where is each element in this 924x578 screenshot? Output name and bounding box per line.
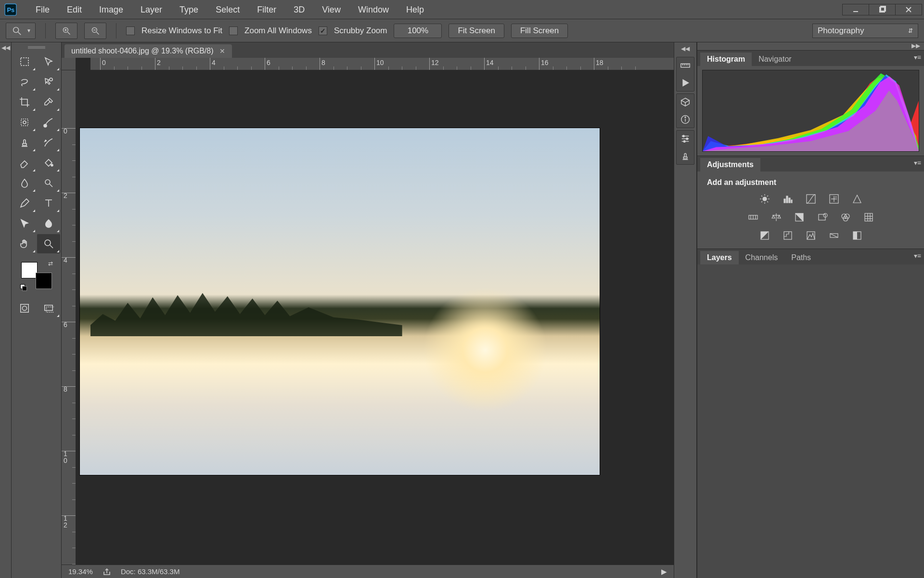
ruler-vertical[interactable]: 02468101214 <box>62 70 76 565</box>
adjustment-exposure[interactable] <box>827 193 841 205</box>
tool-brush[interactable] <box>37 113 60 132</box>
adjustment-brightness[interactable] <box>757 193 772 205</box>
svg-line-63 <box>761 201 762 202</box>
tool-quick-select[interactable] <box>37 72 60 92</box>
tool-shape[interactable] <box>37 214 60 233</box>
tab-navigator[interactable]: Navigator <box>752 53 798 66</box>
fit-screen-button[interactable]: Fit Screen <box>449 24 504 38</box>
svg-line-62 <box>767 201 768 202</box>
panel-menu-icon[interactable]: ▾≡ <box>914 159 921 167</box>
close-tab-icon[interactable]: ✕ <box>219 47 225 55</box>
scrubby-zoom-checkbox[interactable] <box>319 26 327 35</box>
canvas-viewport[interactable] <box>76 70 674 565</box>
tool-eraser[interactable] <box>13 153 36 172</box>
adjustment-invert[interactable] <box>757 229 772 242</box>
quickmask-toggle[interactable] <box>13 299 36 318</box>
canvas[interactable] <box>80 128 600 475</box>
zoom-in-button[interactable] <box>55 23 77 39</box>
adjustment-posterize[interactable] <box>781 229 795 242</box>
menu-filter[interactable]: Filter <box>248 0 285 19</box>
tool-pen[interactable] <box>13 194 36 213</box>
status-menu-icon[interactable]: ▶ <box>661 567 667 576</box>
tool-lasso[interactable] <box>13 72 36 92</box>
menu-select[interactable]: Select <box>207 0 248 19</box>
stamp-icon[interactable] <box>679 150 692 162</box>
adjustment-levels[interactable] <box>781 193 795 205</box>
zoom-100-button[interactable]: 100% <box>394 24 442 38</box>
default-colors-icon[interactable] <box>20 284 27 291</box>
panel-menu-icon[interactable]: ▾≡ <box>914 252 921 260</box>
adjustment-threshold[interactable] <box>804 229 818 242</box>
zoom-status[interactable]: 19.34% <box>68 567 93 576</box>
adjustment-color-lookup[interactable] <box>861 211 876 223</box>
play-icon[interactable] <box>679 77 692 89</box>
tab-paths[interactable]: Paths <box>784 251 818 264</box>
tool-crop[interactable] <box>13 92 36 112</box>
toolbox-grip[interactable] <box>27 46 46 49</box>
panel-dock: ▶▶ Histogram Navigator ▾≡ <box>697 42 924 578</box>
svg-line-61 <box>761 196 762 197</box>
tab-adjustments[interactable]: Adjustments <box>700 158 760 171</box>
adjustment-bw[interactable] <box>792 211 807 223</box>
tool-eyedropper[interactable] <box>37 92 60 112</box>
sliders-icon[interactable] <box>679 132 692 145</box>
screen-mode-toggle[interactable] <box>37 299 60 318</box>
fill-screen-button[interactable]: Fill Screen <box>511 24 568 38</box>
adjustment-curves[interactable] <box>804 193 818 205</box>
share-icon[interactable] <box>103 567 111 576</box>
tab-histogram[interactable]: Histogram <box>700 53 752 66</box>
adjustment-selective-color[interactable] <box>850 229 864 242</box>
menu-help[interactable]: Help <box>398 0 433 19</box>
tool-stamp[interactable] <box>13 133 36 152</box>
tool-path-select[interactable] <box>13 214 36 233</box>
tool-type[interactable] <box>37 194 60 213</box>
info-icon[interactable] <box>679 113 692 126</box>
menu-type[interactable]: Type <box>171 0 207 19</box>
adjustment-hue[interactable] <box>746 211 760 223</box>
document-tab[interactable]: untitled shoot-0406.jpg @ 19.3% (RGB/8) … <box>64 44 232 58</box>
ruler-icon[interactable] <box>679 59 692 72</box>
tool-marquee[interactable] <box>13 52 36 71</box>
tool-zoom[interactable] <box>37 234 60 253</box>
dock-expand[interactable]: ▶▶ <box>697 42 924 50</box>
layers-list[interactable] <box>697 264 924 578</box>
current-tool-indicator[interactable]: ▼ <box>6 23 36 39</box>
collapse-icon[interactable]: ◀◀ <box>681 45 690 52</box>
svg-rect-67 <box>789 198 790 203</box>
menu-layer[interactable]: Layer <box>132 0 171 19</box>
menu-file[interactable]: File <box>27 0 58 19</box>
workspace-selector[interactable]: Photography ⇵ <box>812 24 918 38</box>
foreground-color[interactable] <box>21 262 38 278</box>
tab-channels[interactable]: Channels <box>739 251 785 264</box>
resize-windows-checkbox[interactable] <box>126 26 135 35</box>
minimize-button[interactable] <box>842 4 869 15</box>
ruler-horizontal[interactable]: 024681012141618 <box>90 58 674 70</box>
tab-layers[interactable]: Layers <box>700 251 739 264</box>
tool-paint-bucket[interactable] <box>37 153 60 172</box>
menu-image[interactable]: Image <box>90 0 132 19</box>
zoom-out-button[interactable] <box>84 23 106 39</box>
tool-blur[interactable] <box>13 173 36 193</box>
close-button[interactable] <box>895 4 922 15</box>
cube-icon[interactable] <box>679 96 692 108</box>
adjustment-vibrance[interactable] <box>850 193 864 205</box>
adjustment-channel-mixer[interactable] <box>838 211 853 223</box>
tool-dodge[interactable] <box>37 173 60 193</box>
adjustment-balance[interactable] <box>769 211 783 223</box>
adjustment-photo-filter[interactable] <box>815 211 830 223</box>
adjustment-gradient-map[interactable] <box>827 229 841 242</box>
tool-patch[interactable] <box>13 113 36 132</box>
zoom-all-checkbox[interactable] <box>229 26 238 35</box>
tool-history-brush[interactable] <box>37 133 60 152</box>
background-color[interactable] <box>36 273 52 289</box>
tool-hand[interactable] <box>13 234 36 253</box>
toolbox-collapse[interactable]: ◀◀ <box>0 42 12 578</box>
maximize-button[interactable] <box>869 4 896 15</box>
swap-colors-icon[interactable]: ⇄ <box>48 260 53 267</box>
menu-view[interactable]: View <box>313 0 349 19</box>
menu-window[interactable]: Window <box>349 0 398 19</box>
menu-edit[interactable]: Edit <box>58 0 90 19</box>
menu-3d[interactable]: 3D <box>285 0 313 19</box>
panel-menu-icon[interactable]: ▾≡ <box>914 53 921 61</box>
tool-move[interactable] <box>37 52 60 71</box>
